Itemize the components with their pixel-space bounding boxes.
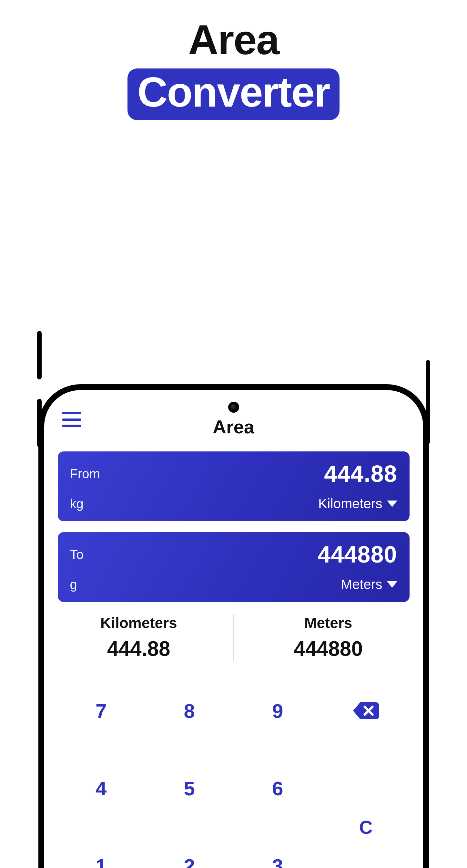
result-summary: Kilometers 444.88 Meters 444880 xyxy=(44,614,423,661)
backspace-icon xyxy=(353,702,379,719)
menu-icon[interactable] xyxy=(62,412,81,427)
to-unit-name: Meters xyxy=(341,577,382,592)
from-unit-abbr: kg xyxy=(70,497,84,511)
summary-right-value: 444880 xyxy=(240,637,416,661)
phone-side-button xyxy=(37,331,42,379)
key-backspace[interactable] xyxy=(322,700,410,722)
app-header: Area xyxy=(44,390,423,445)
to-label: To xyxy=(70,547,84,562)
key-8[interactable]: 8 xyxy=(145,700,234,722)
key-9[interactable]: 9 xyxy=(234,700,322,722)
marketing-header: Area Converter xyxy=(0,18,467,120)
screen-title: Area xyxy=(213,416,254,438)
key-7[interactable]: 7 xyxy=(57,700,145,722)
marketing-line2: Converter xyxy=(137,71,330,113)
marketing-line2-box: Converter xyxy=(128,68,339,120)
key-1[interactable]: 1 xyxy=(57,855,145,868)
from-label: From xyxy=(70,467,100,481)
key-2[interactable]: 2 xyxy=(145,855,234,868)
to-card: To 444880 g Meters xyxy=(58,532,409,602)
from-unit-name: Kilometers xyxy=(318,496,382,512)
key-clear[interactable]: C xyxy=(322,816,410,838)
key-6[interactable]: 6 xyxy=(234,777,322,800)
from-value[interactable]: 444.88 xyxy=(324,461,397,487)
summary-left-label: Kilometers xyxy=(51,614,227,631)
summary-right-label: Meters xyxy=(240,614,416,631)
phone-frame-wrap: Area From 444.88 kg Kilometers To 444880 xyxy=(38,192,429,868)
key-4[interactable]: 4 xyxy=(57,777,145,800)
keypad: 7 8 9 4 5 6 C 1 2 3 0 00 . xyxy=(44,700,423,868)
from-unit-dropdown[interactable]: Kilometers xyxy=(318,496,397,512)
chevron-down-icon xyxy=(387,581,397,588)
from-card: From 444.88 kg Kilometers xyxy=(58,452,409,521)
chevron-down-icon xyxy=(387,500,397,507)
summary-left-value: 444.88 xyxy=(51,637,227,661)
phone-frame: Area From 444.88 kg Kilometers To 444880 xyxy=(38,384,429,868)
to-value: 444880 xyxy=(318,541,397,568)
key-5[interactable]: 5 xyxy=(145,777,234,800)
to-unit-abbr: g xyxy=(70,578,77,592)
to-unit-dropdown[interactable]: Meters xyxy=(341,577,397,592)
key-3[interactable]: 3 xyxy=(234,855,322,868)
summary-right: Meters 444880 xyxy=(234,614,423,661)
summary-left: Kilometers 444.88 xyxy=(44,614,234,661)
marketing-line1: Area xyxy=(0,18,467,62)
